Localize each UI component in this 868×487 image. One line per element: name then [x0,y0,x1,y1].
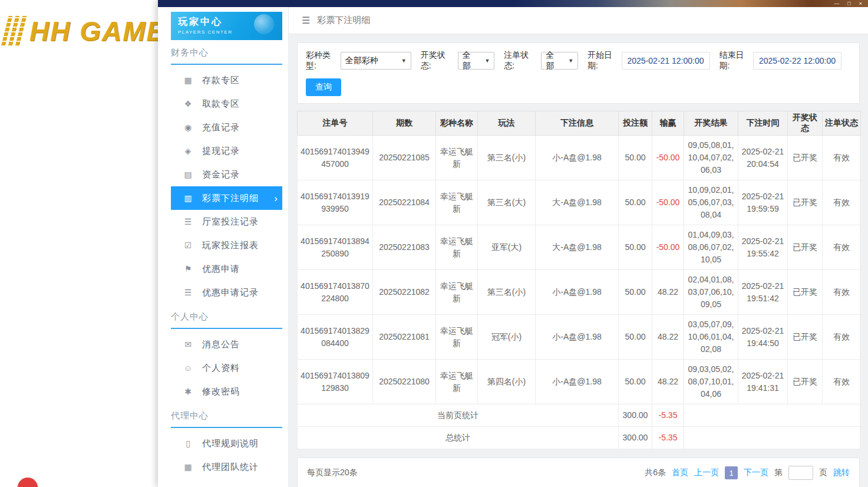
sidebar-menu-item[interactable]: ✱ 修改密码 [171,380,282,403]
section-agent: 代理中心 ▯ 代理规则说明 ▦ 代理团队统计 [158,410,288,479]
cell-draw-status: 已开奖 [788,180,823,225]
cell-draw-status: 已开奖 [788,315,823,360]
maximize-icon[interactable]: □ [847,0,850,7]
chevron-down-icon: ▼ [401,58,407,64]
column-header: 输赢 [652,111,684,136]
cell-draw-status: 已开奖 [788,136,823,180]
draw-status-select[interactable]: 全部 ▼ [458,52,495,70]
start-date-input[interactable] [622,52,710,70]
cell-win-loss: -5.35 [652,404,684,427]
sidebar-menu-item[interactable]: ▥ 彩票下注明细 › [171,186,282,210]
hamburger-menu-icon[interactable]: ☰ [302,15,310,26]
cell-win-loss: -5.35 [652,427,684,449]
table-row: 401569174013809129830 20250221080 幸运飞艇新 … [298,360,861,404]
window-controls: — □ × [834,0,862,7]
sidebar-menu-item[interactable]: ▦ 存款专区 [171,68,282,92]
bet-status-select[interactable]: 全部 ▼ [541,52,578,70]
cell-bet-info: 小-A盘@1.98 [536,360,619,404]
minimize-icon[interactable]: — [834,0,839,7]
sidebar-menu-item[interactable]: ▯ 代理规则说明 [171,432,282,455]
site-logo: HH GAME [5,15,166,47]
cell-bet-no: 401569174013870224800 [298,270,373,315]
cell-draw-result: 01,04,09,03,08,06,07,02,10,05 [684,225,738,270]
table-body: 401569174013949457000 20250221085 幸运飞艇新 … [298,136,861,404]
sidebar-menu-item[interactable]: ◉ 充值记录 [171,116,282,139]
cell-bet-time: 2025-02-21 19:59:59 [738,180,788,225]
logo-bars-icon [1,16,29,47]
column-header: 开奖结果 [684,111,738,136]
sidebar-menu-item[interactable]: ✉ 消息公告 [171,333,282,356]
cell-period: 20250221080 [373,360,436,404]
cell-bet-info: 小-A盘@1.98 [536,315,619,360]
sidebar-menu-item[interactable]: ☑ 玩家投注报表 [171,233,282,257]
cell-draw-status: 已开奖 [788,270,823,315]
sidebar-menu-item[interactable]: ⚑ 优惠申请 [171,257,282,281]
menu-item-icon: ▦ [183,462,193,472]
page-suffix-label: 页 [819,468,827,478]
lottery-type-select[interactable]: 全部彩种 ▼ [341,52,411,70]
jump-link[interactable]: 跳转 [833,468,850,478]
column-header: 彩种名称 [436,111,478,136]
table-summary: 当前页统计 300.00 -5.35 总统计 300.00 -5.35 [298,404,861,449]
end-date-input[interactable] [753,52,841,70]
menu-item-icon: ◈ [183,146,193,156]
column-header: 玩法 [478,111,536,136]
section-title-personal: 个人中心 [171,311,282,329]
prev-page-link[interactable]: 上一页 [694,468,719,478]
close-icon[interactable]: × [859,0,862,7]
cell-bet-time: 2025-02-21 19:55:42 [738,225,788,270]
menu-item-label: 厅室投注记录 [202,216,259,228]
cell-win-loss: -50.00 [652,225,684,270]
summary-row: 当前页统计 300.00 -5.35 [298,404,861,427]
page-jump-input[interactable] [788,466,813,480]
cell-bet-status: 有效 [823,180,861,225]
start-date-label: 开始日期: [588,50,618,71]
bet-detail-table: 注单号期数彩种名称玩法下注信息投注额输赢开奖结果下注时间开奖状态注单状态 401… [297,111,861,449]
sidebar-menu-item[interactable]: ▦ 代理团队统计 [171,455,282,479]
pagination-current-page[interactable]: 1 [725,466,738,479]
menu-item-label: 彩票下注明细 [202,193,259,204]
sidebar-header: 玩家中心 PLAYERS CENTER [171,12,282,40]
filter-start-date: 开始日期: [588,50,709,71]
sidebar-menu-item[interactable]: ☰ 优惠申请记录 [171,281,282,304]
table-row: 401569174013949457000 20250221085 幸运飞艇新 … [298,136,861,180]
cell-bet-time: 2025-02-21 20:04:54 [738,136,788,180]
cell-bet-no: 401569174013949457000 [298,136,373,180]
cell-draw-status: 已开奖 [788,225,823,270]
section-finance: 财务中心 ▦ 存款专区 ❖ 取款专区 [158,47,288,304]
menu-item-label: 资金记录 [202,169,240,180]
menu-item-icon: ▤ [183,170,193,179]
sidebar-menu-item[interactable]: ◈ 提现记录 [171,139,282,163]
cell-win-loss: 48.22 [652,270,684,315]
cell-bet-no: 401569174013829084400 [298,315,373,360]
cell-draw-result: 09,03,05,02,08,07,10,01,04,06 [684,360,738,404]
cell-lottery-name: 幸运飞艇新 [436,180,478,225]
summary-amount: 300.00 [619,427,652,449]
sidebar-menu-item[interactable]: ▤ 资金记录 [171,163,282,186]
menu-item-label: 消息公告 [202,339,240,350]
summary-empty [684,427,861,449]
draw-status-value: 全部 [463,50,478,71]
floating-service-button[interactable] [18,478,38,487]
filter-bet-status: 注单状态: 全部 ▼ [504,50,578,71]
search-button[interactable]: 查询 [306,78,341,96]
sidebar: 玩家中心 PLAYERS CENTER 财务中心 ▦ 存款专区 ❖ 取款专区 [158,7,289,487]
cell-win-loss: 48.22 [652,360,684,404]
first-page-link[interactable]: 首页 [672,468,688,478]
next-page-link[interactable]: 下一页 [744,468,768,478]
cell-bet-status: 有效 [823,360,861,404]
cell-bet-status: 有效 [823,270,861,315]
cell-bet-info: 大-A盘@1.98 [536,225,619,270]
summary-empty [684,404,861,427]
sidebar-menu-item[interactable]: ❖ 取款专区 [171,92,282,116]
sidebar-menu-item[interactable]: ☰ 厅室投注记录 [171,210,282,233]
menu-item-icon: ⚑ [183,264,193,274]
lottery-type-value: 全部彩种 [345,55,378,66]
cell-amount: 50.00 [619,180,652,225]
filter-row: 彩种类型: 全部彩种 ▼ 开奖状态: 全部 ▼ 注单状态: [306,50,851,71]
filter-panel: 彩种类型: 全部彩种 ▼ 开奖状态: 全部 ▼ 注单状态: [297,42,860,104]
sidebar-menu-item[interactable]: ☺ 个人资料 [171,356,282,380]
column-header: 开奖状态 [788,111,823,136]
bet-status-label: 注单状态: [504,50,537,71]
cell-bet-info: 大-A盘@1.98 [536,180,619,225]
